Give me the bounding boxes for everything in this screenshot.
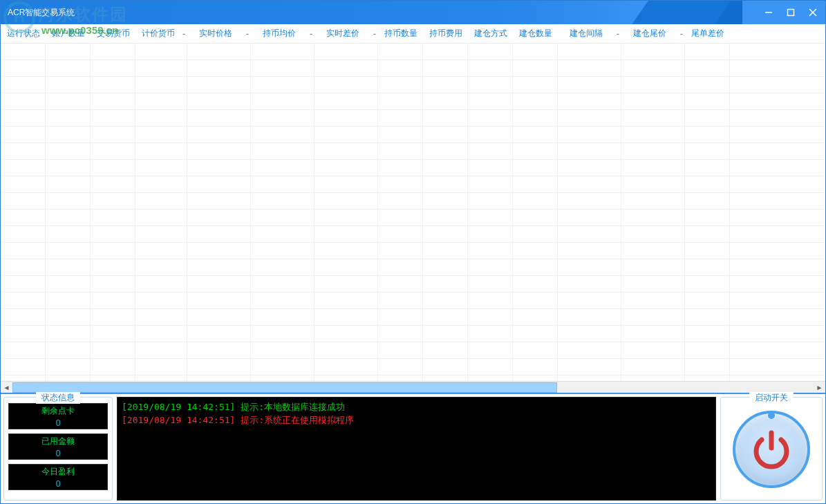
status-panel-title: 状态信息 xyxy=(36,392,80,404)
column-header[interactable]: 账户数量 xyxy=(46,28,91,39)
table-row[interactable] xyxy=(1,60,825,77)
table-row[interactable] xyxy=(1,160,825,176)
column-header[interactable]: 交易货币 xyxy=(91,28,135,39)
table-row[interactable] xyxy=(1,342,825,359)
window-title: ACR智能交易系统 xyxy=(8,7,75,19)
log-line: [2019/08/19 14:42:51] 提示:本地数据库连接成功 xyxy=(122,400,711,413)
stat-used-amount: 已用金额 0 xyxy=(8,433,108,460)
column-header[interactable]: 运行状态 xyxy=(1,28,46,39)
stat-remaining-points: 剩余点卡 0 xyxy=(8,403,108,429)
column-header[interactable]: 持币均价 xyxy=(251,28,308,39)
table-row[interactable] xyxy=(1,309,825,326)
status-panel: 状态信息 剩余点卡 0 已用金额 0 今日盈利 0 xyxy=(3,397,113,501)
stat-label: 已用金额 xyxy=(41,436,75,447)
column-header[interactable]: 实时差价 xyxy=(315,28,371,39)
titlebar-decoration xyxy=(604,1,742,24)
table-row[interactable] xyxy=(1,243,825,259)
log-panel[interactable]: [2019/08/19 14:42:51] 提示:本地数据库连接成功[2019/… xyxy=(117,397,716,501)
column-header[interactable]: 持币数量 xyxy=(378,28,423,39)
table-header: 运行状态账户数量交易货币计价货币-实时价格-持币均价-实时差价-持币数量持币费用… xyxy=(1,24,825,44)
bottom-bar: 状态信息 剩余点卡 0 已用金额 0 今日盈利 0 [2019/08/19 14… xyxy=(1,393,825,503)
column-separator: - xyxy=(308,29,315,39)
log-line: [2019/08/19 14:42:51] 提示:系统正在使用模拟程序 xyxy=(122,413,711,427)
column-separator: - xyxy=(678,29,685,39)
close-button[interactable] xyxy=(805,4,821,21)
app-window: ACR智能交易系统 H 河东软件园 www.pc0359.cn 运行状态账户数量… xyxy=(0,0,826,504)
scroll-right-button[interactable]: ► xyxy=(814,382,825,393)
stat-value: 0 xyxy=(56,418,61,428)
table-row[interactable] xyxy=(1,77,825,93)
column-header[interactable]: 建仓尾价 xyxy=(621,28,678,39)
stat-value: 0 xyxy=(56,449,61,458)
table-row[interactable] xyxy=(1,326,825,342)
scroll-thumb[interactable] xyxy=(12,382,557,393)
table-row[interactable] xyxy=(1,143,825,160)
table-body[interactable] xyxy=(1,44,825,381)
column-header[interactable]: 持币费用 xyxy=(423,28,468,39)
table-row[interactable] xyxy=(1,292,825,309)
column-header[interactable]: 建仓方式 xyxy=(468,28,513,39)
table-row[interactable] xyxy=(1,209,825,226)
minimize-button[interactable] xyxy=(760,4,777,21)
column-header[interactable]: 建仓间隔 xyxy=(558,28,614,39)
horizontal-scrollbar[interactable]: ◄ ► xyxy=(1,381,825,393)
table-row[interactable] xyxy=(1,44,825,60)
column-header[interactable]: 计价货币 xyxy=(135,28,180,39)
power-button[interactable] xyxy=(733,411,810,488)
stat-value: 0 xyxy=(56,479,61,489)
power-icon xyxy=(749,427,794,472)
stat-today-profit: 今日盈利 0 xyxy=(8,464,108,490)
table-row[interactable] xyxy=(1,176,825,193)
column-separator: - xyxy=(371,29,378,39)
stat-label: 今日盈利 xyxy=(41,466,75,478)
power-panel-title: 启动开关 xyxy=(749,392,794,404)
table-row[interactable] xyxy=(1,276,825,292)
column-header[interactable]: 尾单差价 xyxy=(685,28,730,39)
table-row[interactable] xyxy=(1,110,825,127)
column-separator: - xyxy=(180,29,187,39)
power-panel: 启动开关 xyxy=(720,397,823,501)
column-header[interactable]: 实时价格 xyxy=(187,28,244,39)
table-row[interactable] xyxy=(1,127,825,143)
power-notch xyxy=(768,412,775,419)
window-controls xyxy=(760,1,821,24)
titlebar[interactable]: ACR智能交易系统 xyxy=(1,1,825,24)
column-header[interactable]: 建仓数量 xyxy=(513,28,558,39)
table-row[interactable] xyxy=(1,193,825,209)
column-separator: - xyxy=(614,29,621,39)
table-row[interactable] xyxy=(1,226,825,243)
maximize-button[interactable] xyxy=(782,4,799,21)
stat-label: 剩余点卡 xyxy=(41,405,75,417)
maximize-icon xyxy=(787,8,795,17)
minimize-icon xyxy=(764,8,773,17)
svg-rect-1 xyxy=(788,10,794,16)
close-icon xyxy=(809,8,817,17)
table-row[interactable] xyxy=(1,375,825,381)
table-row[interactable] xyxy=(1,359,825,375)
table-row[interactable] xyxy=(1,93,825,110)
table-row[interactable] xyxy=(1,259,825,276)
scroll-left-button[interactable]: ◄ xyxy=(1,382,12,393)
column-separator: - xyxy=(244,29,251,39)
